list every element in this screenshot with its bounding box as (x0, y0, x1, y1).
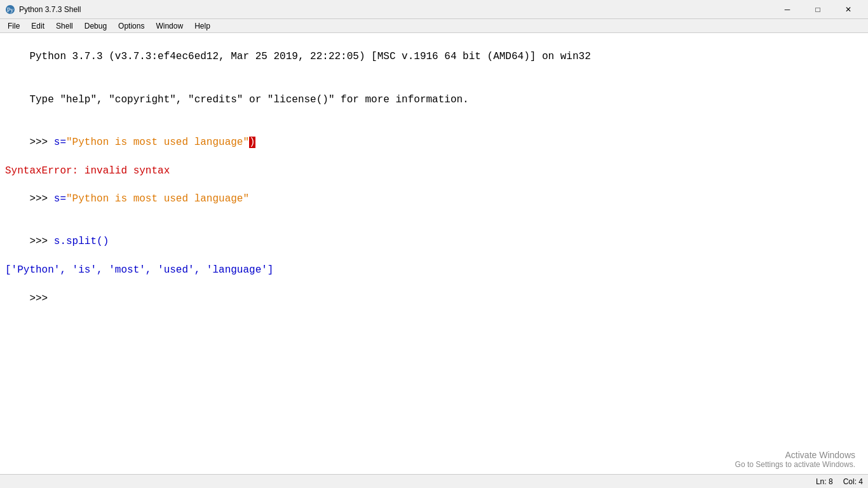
menu-debug[interactable]: Debug (79, 20, 112, 32)
shell-line-cmd1: >>> s="Python is most used language") (5, 121, 863, 163)
menu-file[interactable]: File (3, 20, 25, 32)
minimize-button[interactable]: ─ (773, 0, 802, 19)
menu-window[interactable]: Window (151, 20, 188, 32)
cmd1-error-char: ) (249, 137, 255, 148)
activate-line2: Go to Settings to activate Windows. (735, 460, 855, 469)
prompt-2: >>> (29, 193, 53, 205)
maximize-button[interactable]: □ (803, 0, 832, 19)
menu-options[interactable]: Options (113, 20, 149, 32)
python-icon: Py (5, 4, 15, 15)
svg-text:Py: Py (7, 6, 14, 13)
menu-help[interactable]: Help (189, 20, 215, 32)
cmd1-code: s="Python is most used language" (54, 137, 249, 148)
shell-content[interactable]: Python 3.7.3 (v3.7.3:ef4ec6ed12, Mar 25 … (0, 33, 868, 474)
prompt-3: >>> (29, 236, 53, 247)
title-bar-left: Py Python 3.7.3 Shell (5, 4, 81, 15)
title-bar: Py Python 3.7.3 Shell ─ □ ✕ (0, 0, 868, 19)
menu-bar: File Edit Shell Debug Options Window Hel… (0, 19, 868, 33)
shell-line-1: Python 3.7.3 (v3.7.3:ef4ec6ed12, Mar 25 … (5, 36, 863, 78)
shell-prompt-final[interactable]: >>> (5, 278, 863, 320)
shell-result: ['Python', 'is', 'most', 'used', 'langua… (5, 263, 863, 277)
activate-watermark: Activate Windows Go to Settings to activ… (735, 450, 855, 469)
title-bar-controls: ─ □ ✕ (773, 0, 863, 19)
prompt-1: >>> (29, 137, 53, 148)
status-bar: Ln: 8 Col: 4 (0, 474, 868, 488)
status-col: Col: 4 (843, 477, 863, 486)
shell-line-2: Type "help", "copyright", "credits" or "… (5, 78, 863, 121)
close-button[interactable]: ✕ (834, 0, 863, 19)
shell-line-cmd2: >>> s="Python is most used language" (5, 178, 863, 220)
prompt-4: >>> (29, 293, 53, 304)
window-title: Python 3.7.3 Shell (19, 5, 81, 14)
shell-syntax-error: SyntaxError: invalid syntax (5, 164, 863, 178)
status-ln: Ln: 8 (816, 477, 833, 486)
cmd2-code: s="Python is most used language" (54, 193, 249, 205)
activate-line1: Activate Windows (735, 450, 855, 460)
shell-line-cmd3: >>> s.split() (5, 220, 863, 263)
cmd3-code: s.split() (54, 236, 109, 247)
menu-edit[interactable]: Edit (26, 20, 50, 32)
menu-shell[interactable]: Shell (51, 20, 78, 32)
